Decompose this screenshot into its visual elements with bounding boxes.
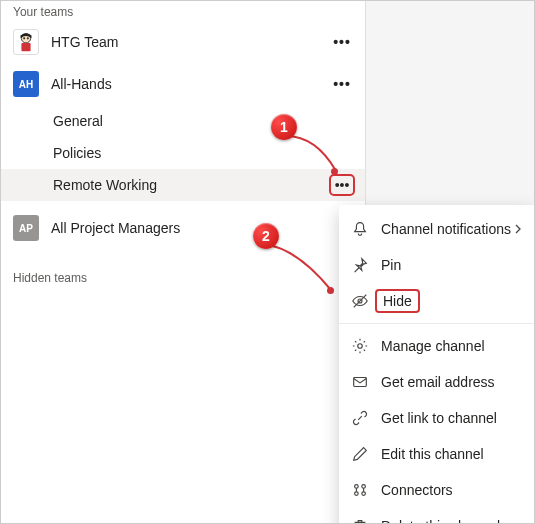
menu-delete[interactable]: Delete this channel: [339, 508, 535, 524]
svg-rect-3: [21, 43, 30, 51]
cartoon-avatar-icon: [15, 31, 37, 53]
menu-label: Hide: [383, 293, 412, 309]
svg-point-10: [362, 492, 366, 496]
channel-label: General: [53, 113, 355, 129]
menu-manage[interactable]: Manage channel: [339, 328, 535, 364]
avatar-apm: AP: [13, 215, 39, 241]
svg-point-8: [362, 485, 366, 489]
menu-connectors[interactable]: Connectors: [339, 472, 535, 508]
team-name: All-Hands: [51, 76, 329, 92]
svg-point-7: [355, 485, 359, 489]
callout-marker-1: 1: [271, 114, 297, 140]
more-dots-icon: •••: [333, 77, 351, 91]
menu-label: Manage channel: [381, 338, 523, 354]
team-more-button[interactable]: •••: [329, 29, 355, 55]
pin-icon: [351, 256, 369, 274]
gear-icon: [351, 337, 369, 355]
callout-arrow-2-end: [327, 287, 334, 294]
channel-general[interactable]: General: [1, 105, 365, 137]
channel-more-button[interactable]: •••: [329, 174, 355, 196]
channel-label: Remote Working: [53, 177, 329, 193]
menu-label: Get email address: [381, 374, 523, 390]
more-dots-icon: •••: [335, 178, 350, 192]
avatar-allhands: AH: [13, 71, 39, 97]
menu-hide[interactable]: Hide: [339, 283, 535, 319]
team-row-allhands[interactable]: AH All-Hands •••: [1, 63, 365, 105]
avatar-htg: [13, 29, 39, 55]
menu-email[interactable]: Get email address: [339, 364, 535, 400]
menu-notifications[interactable]: Channel notifications: [339, 211, 535, 247]
menu-label: Pin: [381, 257, 523, 273]
section-hidden-teams: Hidden teams: [1, 249, 365, 285]
svg-point-5: [358, 344, 363, 349]
bell-icon: [351, 220, 369, 238]
callout-arrow-1-end: [331, 168, 338, 175]
chevron-right-icon: [513, 221, 523, 237]
connectors-icon: [351, 481, 369, 499]
menu-separator: [339, 323, 535, 324]
team-more-button[interactable]: •••: [329, 71, 355, 97]
svg-rect-6: [354, 378, 367, 387]
menu-label: Delete this channel: [381, 518, 523, 524]
menu-link[interactable]: Get link to channel: [339, 400, 535, 436]
hide-icon: [351, 292, 369, 310]
channel-label: Policies: [53, 145, 355, 161]
menu-label: Get link to channel: [381, 410, 523, 426]
callout-marker-2: 2: [253, 223, 279, 249]
section-your-teams: Your teams: [1, 1, 365, 21]
svg-point-1: [23, 37, 25, 39]
menu-label: Edit this channel: [381, 446, 523, 462]
team-row-apm[interactable]: AP All Project Managers: [1, 207, 365, 249]
mail-icon: [351, 373, 369, 391]
team-name: All Project Managers: [51, 220, 355, 236]
channel-context-menu: Channel notifications Pin Hide Manage ch…: [339, 205, 535, 524]
team-row-htg[interactable]: HTG Team •••: [1, 21, 365, 63]
channel-remote-working[interactable]: Remote Working •••: [1, 169, 365, 201]
svg-point-9: [355, 492, 359, 496]
trash-icon: [351, 517, 369, 524]
more-dots-icon: •••: [333, 35, 351, 49]
channel-policies[interactable]: Policies: [1, 137, 365, 169]
teams-sidebar: Your teams HTG Team ••• AH All-Hands •••…: [1, 1, 366, 523]
pencil-icon: [351, 445, 369, 463]
menu-label: Connectors: [381, 482, 523, 498]
menu-pin[interactable]: Pin: [339, 247, 535, 283]
team-name: HTG Team: [51, 34, 329, 50]
svg-point-2: [27, 37, 29, 39]
menu-edit[interactable]: Edit this channel: [339, 436, 535, 472]
menu-label: Channel notifications: [381, 221, 513, 237]
link-icon: [351, 409, 369, 427]
